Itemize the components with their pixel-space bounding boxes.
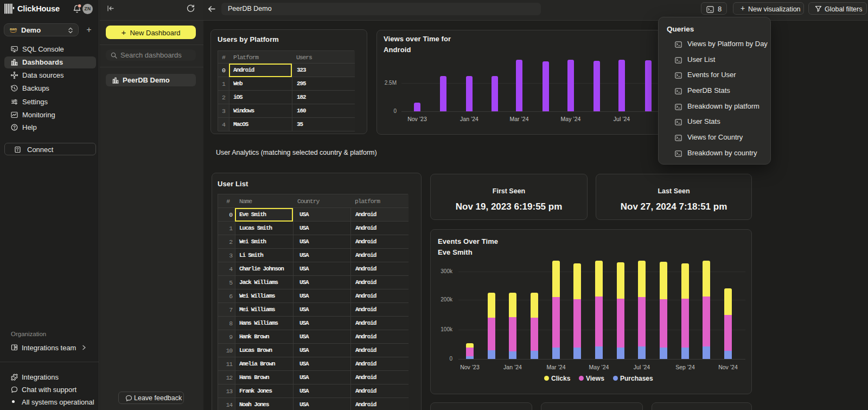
svg-text:aws: aws — [10, 27, 17, 31]
